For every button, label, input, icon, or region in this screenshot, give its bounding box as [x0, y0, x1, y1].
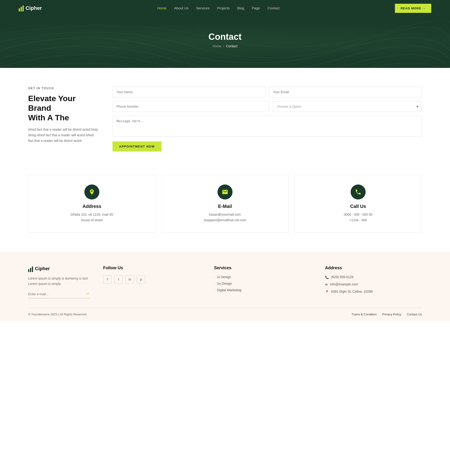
- footer-service-list: › Ui Design › Ux Design › Digital Market…: [214, 275, 311, 292]
- footer-address-col: Address 📞 (629) 555-0129 ✉ info@example.…: [325, 266, 422, 299]
- hero-banner: Contact Home › Contact: [0, 16, 450, 68]
- footer: Cipher Lorem Ipsum is simply is dumiomy …: [0, 251, 450, 321]
- contact-description: ished fact that a reader will be distrol…: [28, 127, 98, 144]
- footer-service-marketing[interactable]: › Digital Marketing: [214, 288, 311, 292]
- privacy-link[interactable]: Privacy Policy: [382, 313, 401, 316]
- nav-item-contact[interactable]: Contact: [267, 6, 280, 10]
- pinterest-link[interactable]: p: [137, 275, 145, 284]
- name-input[interactable]: [112, 87, 265, 97]
- breadcrumb: Home › Contact: [213, 44, 237, 48]
- phone-icon: [355, 189, 361, 195]
- footer-phone-item: 📞 (629) 555-0129: [325, 275, 422, 279]
- breadcrumb-home[interactable]: Home: [213, 44, 221, 48]
- email-card-title: E-Mail: [218, 204, 232, 209]
- email-submit-arrow-icon[interactable]: ↗: [86, 291, 89, 297]
- phone-card-line1: 0000 - 000 - 000 00: [344, 212, 373, 218]
- appointment-button[interactable]: APPOINTMENT NOW: [112, 141, 161, 151]
- footer-description: Lorem Ipsum is simply is dumiomy is text…: [28, 276, 89, 287]
- footer-service-ui[interactable]: › Ui Design: [214, 275, 311, 279]
- nav-link-page[interactable]: Page: [252, 6, 260, 10]
- page-title: Contact: [208, 32, 241, 42]
- services-title: Services: [214, 266, 311, 270]
- footer-logo-bar-2: [30, 268, 31, 272]
- footer-email-wrapper: ↗: [28, 291, 89, 298]
- terms-link[interactable]: Trams & Condition: [352, 313, 377, 316]
- logo[interactable]: Cipher: [19, 5, 42, 12]
- read-more-button[interactable]: READ MORE →: [395, 4, 431, 13]
- contact-heading-line1: Elevate Your Brand: [28, 94, 76, 112]
- footer-address-item: 📍 6391 Elgin St. Celina. 10299: [325, 290, 422, 294]
- wave-decoration: [0, 16, 450, 68]
- logo-icon: [19, 5, 24, 12]
- footer-logo-icon: [28, 266, 33, 272]
- copyright-text: © Yoursitename 2023 | All Rights Reserve…: [28, 313, 87, 316]
- nav-item-blog[interactable]: Blog: [237, 6, 244, 10]
- breadcrumb-current: Contact: [226, 44, 237, 48]
- footer-phone: (629) 555-0129: [331, 275, 354, 279]
- follow-us-title: Follow Us: [103, 266, 200, 270]
- email-icon-circle: [218, 185, 232, 199]
- footer-service-ux[interactable]: › Ux Design: [214, 282, 311, 285]
- email-small-icon: ✉: [325, 283, 328, 286]
- navbar: Cipher Home About Us Services Projects B…: [0, 0, 450, 16]
- option-select[interactable]: Choose a Option Option 1 Option 2 Option…: [273, 101, 422, 112]
- info-cards: Address Dhaka 102, utl 1216, road 45 hou…: [0, 170, 450, 251]
- twitter-link[interactable]: t: [114, 275, 123, 284]
- phone-input[interactable]: [112, 101, 269, 112]
- contact-heading-line2: With A The: [28, 113, 69, 122]
- chevron-right-icon: ›: [214, 289, 215, 292]
- footer-services-col: Services › Ui Design › Ux Design › Digit…: [214, 266, 311, 299]
- email-icon: [222, 189, 228, 195]
- facebook-link[interactable]: f: [103, 275, 112, 284]
- contact-section: GET IN TOUCH Elevate Your Brand With A T…: [0, 68, 450, 170]
- section-tag: GET IN TOUCH: [28, 87, 98, 90]
- contact-left: GET IN TOUCH Elevate Your Brand With A T…: [28, 87, 98, 144]
- nav-link-contact[interactable]: Contact: [267, 6, 280, 10]
- email-input[interactable]: [269, 87, 422, 97]
- nav-item-page[interactable]: Page: [252, 6, 260, 10]
- contact-link[interactable]: Contact Us: [407, 313, 422, 316]
- select-wrapper: Choose a Option Option 1 Option 2 Option…: [273, 101, 422, 112]
- footer-service-marketing-label: Digital Marketing: [217, 288, 241, 292]
- message-textarea[interactable]: [112, 116, 422, 137]
- nav-item-about[interactable]: About Us: [174, 6, 189, 10]
- address-card-line2: house of street: [81, 218, 103, 223]
- nav-link-projects[interactable]: Projects: [217, 6, 230, 10]
- social-links: f t in p: [103, 275, 200, 284]
- nav-item-projects[interactable]: Projects: [217, 6, 230, 10]
- form-row-1: [112, 87, 422, 97]
- contact-heading: Elevate Your Brand With A The: [28, 94, 98, 122]
- footer-email-input[interactable]: [28, 292, 86, 296]
- email-card-line1: hasan@yourmail.com: [209, 212, 241, 218]
- footer-logo-bar-1: [28, 269, 29, 272]
- logo-bar-1: [19, 8, 20, 12]
- logo-bar-3: [23, 5, 24, 12]
- footer-top: Cipher Lorem Ipsum is simply is dumiomy …: [28, 266, 422, 308]
- footer-logo[interactable]: Cipher: [28, 266, 89, 272]
- chevron-right-icon: ›: [214, 282, 215, 285]
- phone-card-title: Call Us: [350, 204, 366, 209]
- email-card-line2: Suppport@emailhub.net.com: [204, 218, 246, 223]
- phone-card-line2: +1234 - 000: [349, 218, 367, 223]
- footer-address-text: 6391 Elgin St. Celina. 10299: [331, 290, 373, 293]
- logo-bar-2: [21, 7, 22, 12]
- nav-link-blog[interactable]: Blog: [237, 6, 244, 10]
- phone-icon-circle: [351, 185, 366, 199]
- nav-links: Home About Us Services Projects Blog Pag…: [157, 6, 280, 10]
- location-small-icon: 📍: [325, 290, 329, 294]
- footer-address-list: 📞 (629) 555-0129 ✉ info@example.com 📍 63…: [325, 275, 422, 294]
- nav-link-services[interactable]: Services: [196, 6, 210, 10]
- nav-link-about[interactable]: About Us: [174, 6, 189, 10]
- address-card: Address Dhaka 102, utl 1216, road 45 hou…: [28, 175, 156, 233]
- email-card: E-Mail hasan@yourmail.com Suppport@email…: [161, 175, 289, 233]
- address-card-title: Address: [83, 204, 101, 209]
- location-icon: [89, 189, 95, 195]
- address-card-line1: Dhaka 102, utl 1216, road 45: [71, 212, 113, 218]
- footer-brand-col: Cipher Lorem Ipsum is simply is dumiomy …: [28, 266, 89, 299]
- contact-form: Choose a Option Option 1 Option 2 Option…: [112, 87, 422, 151]
- nav-link-home[interactable]: Home: [157, 6, 167, 10]
- nav-item-home[interactable]: Home: [157, 6, 167, 10]
- nav-item-services[interactable]: Services: [196, 6, 210, 10]
- footer-bottom: © Yoursitename 2023 | All Rights Reserve…: [28, 308, 422, 321]
- linkedin-link[interactable]: in: [126, 275, 134, 284]
